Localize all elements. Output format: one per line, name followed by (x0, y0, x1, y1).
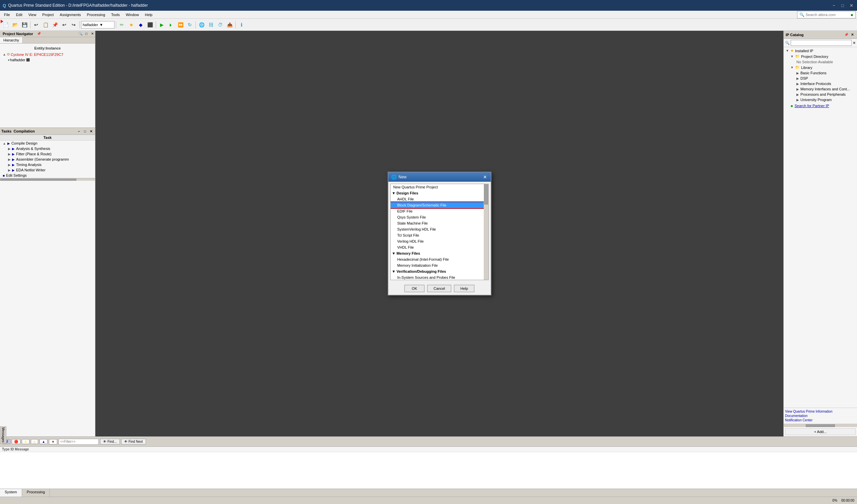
menu-edit[interactable]: Edit (13, 11, 25, 18)
task-timing[interactable]: ▶ ▶ Timing Analysis (0, 162, 95, 167)
menu-window[interactable]: Window (123, 11, 141, 18)
minimize-button[interactable]: − (831, 2, 837, 9)
toolbar-info-btn[interactable]: ℹ (237, 20, 246, 29)
ip-add-button[interactable]: + Add... (785, 429, 856, 435)
ok-button[interactable]: OK (404, 285, 424, 292)
ip-library-header[interactable]: ▼ 📁 Library (784, 65, 856, 70)
toolbar-globe-btn[interactable]: 🌐 (197, 20, 206, 29)
list-item-verilog[interactable]: Verilog HDL File (391, 238, 484, 244)
tasks-icon2[interactable]: □ (82, 129, 88, 134)
nav-panel-icon3[interactable]: ✕ (90, 31, 95, 36)
list-item-edif[interactable]: EDIF File (391, 208, 484, 214)
task-fitter[interactable]: ▶ ▶ Fitter (Place & Route) (0, 151, 95, 157)
task-edit-settings[interactable]: ■ Edit Settings (0, 173, 95, 178)
toolbar-project-dropdown[interactable]: halfadder ▼ (81, 21, 115, 29)
ip-project-directory[interactable]: ▼ 📁 Project Directory (784, 53, 856, 59)
menu-help[interactable]: Help (142, 11, 155, 18)
ip-installed-header[interactable]: ▼ ★ Installed IP (784, 48, 856, 53)
find-button[interactable]: 👁 Find... (100, 439, 120, 444)
filter-error-badge[interactable]: 🔴 (12, 439, 20, 444)
modal-scrollbar[interactable] (484, 184, 488, 280)
tab-system[interactable]: System (0, 489, 22, 497)
list-item-tcl[interactable]: Tcl Script File (391, 232, 484, 238)
list-category-verification[interactable]: ▼ Verification/Debugging Files (391, 268, 484, 274)
list-category-design-files[interactable]: ▼ Design Files (391, 190, 484, 196)
toolbar-open-btn[interactable]: 📂 (11, 20, 19, 29)
ip-pin-icon[interactable]: 📌 (844, 32, 849, 37)
ip-documentation-link[interactable]: Documentation (785, 414, 856, 418)
list-item-new-project[interactable]: New Quartus Prime Project (391, 184, 484, 190)
maximize-button[interactable]: □ (840, 2, 846, 9)
tab-processing[interactable]: Processing (22, 489, 50, 497)
list-item-hex[interactable]: Hexadecimal (Intel-Format) File (391, 256, 484, 263)
find-next-button[interactable]: 👁 Find Next (121, 439, 146, 444)
nav-panel-icon2[interactable]: □ (84, 31, 89, 36)
ip-partner-label[interactable]: Search for Partner IP (794, 104, 829, 108)
chip-item[interactable]: ▲ ⚙ Cyclone IV E: EP4CE115F29C7 (1, 52, 94, 57)
toolbar-clock-btn[interactable]: ⏱ (216, 20, 225, 29)
toolbar-paste-btn[interactable]: 📌 (51, 20, 59, 29)
modal-scrollthumb[interactable] (484, 184, 488, 204)
task-analysis[interactable]: ▶ ▶ Analysis & Synthesis (0, 146, 95, 151)
tasks-icon1[interactable]: − (76, 129, 82, 134)
toolbar-star-btn[interactable]: ★ (127, 20, 136, 29)
ip-basic-functions[interactable]: ▶ Basic Functions (784, 70, 856, 75)
menu-file[interactable]: File (1, 11, 13, 18)
help-button[interactable]: Help (454, 285, 474, 292)
tasks-icon3[interactable]: ✕ (88, 129, 94, 134)
menu-processing[interactable]: Processing (84, 11, 108, 18)
messages-toggle[interactable]: Messages (0, 426, 6, 444)
menu-view[interactable]: View (26, 11, 39, 18)
filter-warning-badge[interactable]: ⚠ (22, 439, 30, 444)
close-button[interactable]: ✕ (848, 2, 854, 9)
modal-close-button[interactable]: ✕ (482, 174, 488, 180)
task-assembler[interactable]: ▶ ▶ Assembler (Generate programm (0, 157, 95, 162)
ip-close-icon[interactable]: ✕ (850, 32, 855, 37)
ip-search-partner[interactable]: ● Search for Partner IP (784, 102, 856, 109)
menu-tools[interactable]: Tools (108, 11, 122, 18)
task-compile-design[interactable]: ▲ ▶ Compile Design (0, 140, 95, 146)
toolbar-redo-btn[interactable]: ↪ (69, 20, 78, 29)
task-eda[interactable]: ▶ ▶ EDA Netlist Writer (0, 167, 95, 173)
tab-hierarchy[interactable]: Hierarchy (0, 37, 23, 43)
filter-info-badge[interactable]: △ (31, 439, 38, 444)
list-item-ahdl[interactable]: AHDL File (391, 196, 484, 202)
list-item-state-machine[interactable]: State Machine File (391, 220, 484, 226)
list-item-vhdl[interactable]: VHDL File (391, 244, 484, 250)
cancel-button[interactable]: Cancel (427, 285, 451, 292)
toolbar-export-btn[interactable]: 📤 (225, 20, 234, 29)
toolbar-fastforward-btn[interactable]: ⏩ (176, 20, 185, 29)
toolbar-net-btn[interactable]: ⛓ (206, 20, 215, 29)
toolbar-refresh-btn[interactable]: ↻ (185, 20, 194, 29)
menu-assignments[interactable]: Assignments (57, 11, 84, 18)
search-altera-input[interactable] (806, 13, 849, 17)
ip-university[interactable]: ▶ University Program (784, 97, 856, 102)
filter-note-badge[interactable]: ▲ (39, 439, 48, 444)
filter-input[interactable] (58, 439, 99, 445)
list-item-insystem[interactable]: In-System Sources and Probes File (391, 274, 484, 280)
ip-search-clear-icon[interactable]: ✕ (853, 41, 856, 45)
ip-memory-interfaces[interactable]: ▶ Memory Interfaces and Cont... (784, 86, 856, 92)
toolbar-pencil-btn[interactable]: ✏ (118, 20, 126, 29)
menu-project[interactable]: Project (39, 11, 56, 18)
toolbar-undo-btn[interactable]: ↩ (32, 20, 40, 29)
toolbar-play-btn[interactable]: ▶ (157, 20, 166, 29)
ip-view-info-link[interactable]: View Quartus Prime Information (785, 409, 856, 414)
toolbar-diamond-btn[interactable]: ◆ (136, 20, 145, 29)
modal-file-list[interactable]: New Quartus Prime Project ▼ Design Files… (391, 184, 484, 280)
list-item-mif[interactable]: Memory Initialization File (391, 263, 484, 268)
toolbar-stop-btn[interactable]: ⬛ (146, 20, 154, 29)
list-item-systemverilog[interactable]: SystemVerilog HDL File (391, 226, 484, 232)
ip-dsp[interactable]: ▶ DSP (784, 75, 856, 81)
nav-panel-icon1[interactable]: 🔍 (78, 31, 83, 36)
toolbar-playminus-btn[interactable]: ⏵ (167, 20, 175, 29)
list-item-qsys[interactable]: Qsys System File (391, 214, 484, 220)
list-category-memory-files[interactable]: ▼ Memory Files (391, 250, 484, 256)
toolbar-copy-btn[interactable]: 📋 (41, 20, 50, 29)
instance-item[interactable]: • halfadder ⬛ (1, 57, 94, 63)
ip-search-input[interactable] (791, 40, 852, 46)
toolbar-undo2-btn[interactable]: ↩ (60, 20, 69, 29)
toolbar-save-btn[interactable]: 💾 (20, 20, 29, 29)
ip-notification-link[interactable]: Notification Center (785, 418, 856, 422)
ip-processors[interactable]: ▶ Processors and Peripherals (784, 92, 856, 97)
